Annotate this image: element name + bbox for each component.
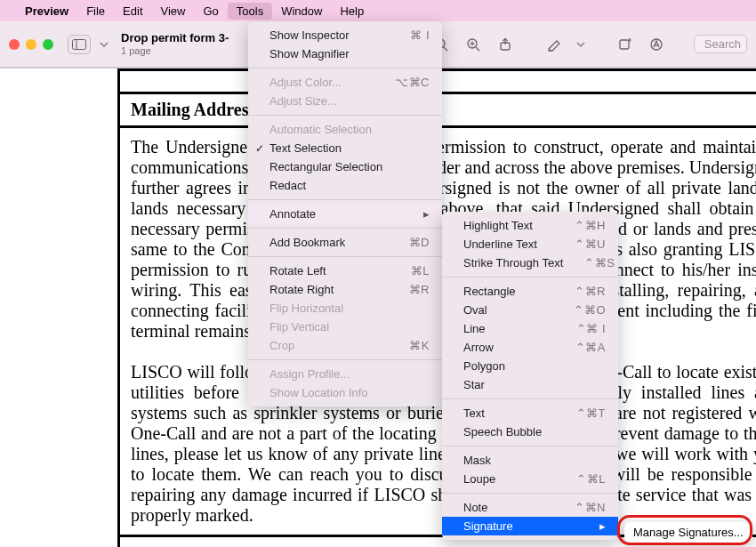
menu-item-label: Star bbox=[463, 378, 485, 391]
rotate-button[interactable] bbox=[612, 33, 637, 56]
annotate-item-arrow[interactable]: Arrow⌃⌘A bbox=[442, 338, 618, 357]
menu-item-label: Assign Profile... bbox=[269, 367, 350, 381]
tools-separator bbox=[248, 115, 442, 116]
shortcut-label: ⌃⌘T bbox=[555, 406, 606, 420]
annotate-submenu: Highlight Text⌃⌘HUnderline Text⌃⌘UStrike… bbox=[442, 212, 618, 540]
menu-item-label: Loupe bbox=[463, 472, 495, 486]
annotate-item-mask[interactable]: Mask bbox=[442, 451, 618, 470]
menu-item-label: Polygon bbox=[463, 359, 505, 373]
annotate-item-underline-text[interactable]: Underline Text⌃⌘U bbox=[442, 235, 618, 253]
share-button[interactable] bbox=[493, 33, 518, 56]
menu-app[interactable]: Preview bbox=[16, 3, 77, 20]
annotate-item-star[interactable]: Star bbox=[442, 375, 618, 394]
menu-item-label: Rotate Left bbox=[269, 264, 326, 278]
annotate-item-strike-through-text[interactable]: Strike Through Text⌃⌘S bbox=[442, 253, 618, 272]
annotate-separator bbox=[442, 446, 618, 446]
shortcut-label: ⌃⌘ I bbox=[555, 322, 606, 335]
tools-item-annotate[interactable]: Annotate▸ bbox=[248, 205, 442, 223]
menu-item-label: Strike Through Text bbox=[463, 256, 563, 269]
menu-item-label: Show Location Info bbox=[269, 386, 368, 399]
tools-separator bbox=[248, 359, 442, 360]
menu-item-label: Rotate Right bbox=[269, 283, 334, 296]
menu-item-label: Note bbox=[463, 501, 487, 514]
tools-item-crop: Crop⌘K bbox=[248, 336, 442, 355]
tools-item-rectangular-selection[interactable]: Rectangular Selection bbox=[248, 157, 442, 176]
menu-item-label: Signature bbox=[463, 519, 513, 533]
menu-item-label: Adjust Size... bbox=[269, 94, 337, 108]
tools-item-redact[interactable]: Redact bbox=[248, 176, 442, 195]
menu-window[interactable]: Window bbox=[272, 3, 331, 20]
annotate-item-polygon[interactable]: Polygon bbox=[442, 357, 618, 375]
submenu-arrow-icon: ▸ bbox=[578, 519, 606, 533]
search-field[interactable]: Search bbox=[694, 35, 747, 53]
menu-item-label: Text bbox=[463, 406, 485, 420]
menu-item-label: Redact bbox=[269, 179, 306, 192]
menu-tools[interactable]: Tools bbox=[228, 3, 272, 20]
menu-file[interactable]: File bbox=[77, 3, 114, 20]
annotate-item-note[interactable]: Note⌃⌘N bbox=[442, 498, 618, 517]
tools-item-show-inspector[interactable]: Show Inspector⌘ I bbox=[248, 26, 442, 44]
menu-item-label: Arrow bbox=[463, 341, 494, 354]
shortcut-label: ⌥⌘C bbox=[374, 76, 430, 89]
tools-item-assign-profile: Assign Profile... bbox=[248, 365, 442, 383]
annotate-item-oval[interactable]: Oval⌃⌘O bbox=[442, 301, 618, 319]
tools-item-rotate-left[interactable]: Rotate Left⌘L bbox=[248, 261, 442, 280]
menu-item-label: Highlight Text bbox=[463, 219, 533, 232]
tools-item-flip-horizontal: Flip Horizontal bbox=[248, 299, 442, 318]
search-placeholder: Search bbox=[704, 37, 741, 51]
tools-item-add-bookmark[interactable]: Add Bookmark⌘D bbox=[248, 233, 442, 252]
menu-item-label: Show Magnifier bbox=[269, 47, 350, 60]
shortcut-label: ⌘ I bbox=[389, 28, 430, 42]
menu-item-label: Annotate bbox=[269, 207, 316, 221]
annotate-item-speech-bubble[interactable]: Speech Bubble bbox=[442, 422, 618, 441]
menu-item-label: Flip Horizontal bbox=[269, 302, 343, 315]
menu-item-label: Text Selection bbox=[269, 141, 342, 155]
fullscreen-window-button[interactable] bbox=[43, 39, 53, 50]
signature-popover[interactable]: Manage Signatures... bbox=[624, 522, 752, 543]
menu-go[interactable]: Go bbox=[194, 3, 227, 20]
tools-item-show-magnifier[interactable]: Show Magnifier bbox=[248, 44, 442, 63]
tools-item-text-selection[interactable]: ✓Text Selection bbox=[248, 139, 442, 157]
menu-edit[interactable]: Edit bbox=[114, 3, 151, 20]
menu-help[interactable]: Help bbox=[331, 3, 373, 20]
zoom-in-button[interactable] bbox=[461, 33, 486, 56]
annotate-item-line[interactable]: Line⌃⌘ I bbox=[442, 319, 618, 338]
shortcut-label: ⌃⌘A bbox=[554, 341, 606, 354]
window-title: Drop permit form 3- bbox=[121, 32, 229, 45]
highlight-button[interactable] bbox=[543, 33, 567, 56]
menu-view[interactable]: View bbox=[152, 3, 195, 20]
highlight-dropdown-icon[interactable] bbox=[575, 35, 587, 54]
tools-item-flip-vertical: Flip Vertical bbox=[248, 318, 442, 336]
shortcut-label: ⌃⌘H bbox=[553, 219, 606, 232]
shortcut-label: ⌃⌘L bbox=[555, 472, 606, 486]
annotate-item-loupe[interactable]: Loupe⌃⌘L bbox=[442, 470, 618, 488]
shortcut-label: ⌃⌘R bbox=[553, 285, 606, 298]
tools-separator bbox=[248, 68, 442, 68]
tools-item-show-location-info: Show Location Info bbox=[248, 383, 442, 402]
svg-line-3 bbox=[444, 47, 447, 51]
annotate-separator bbox=[442, 493, 618, 494]
sidebar-toggle-button[interactable] bbox=[68, 35, 91, 54]
tools-separator bbox=[248, 199, 442, 200]
close-window-button[interactable] bbox=[9, 39, 20, 50]
tools-item-rotate-right[interactable]: Rotate Right⌘R bbox=[248, 280, 442, 299]
menu-item-label: Rectangle bbox=[463, 285, 516, 298]
svg-rect-12 bbox=[620, 40, 629, 49]
manage-signatures[interactable]: Manage Signatures... bbox=[633, 526, 744, 539]
shortcut-label: ⌘L bbox=[390, 264, 430, 278]
annotate-item-text[interactable]: Text⌃⌘T bbox=[442, 404, 618, 422]
annotate-item-highlight-text[interactable]: Highlight Text⌃⌘H bbox=[442, 216, 618, 235]
markup-button[interactable] bbox=[644, 33, 669, 56]
annotate-item-signature[interactable]: Signature▸ bbox=[442, 517, 618, 535]
menubar: Preview File Edit View Go Tools Window H… bbox=[0, 0, 756, 21]
menu-item-label: Line bbox=[463, 322, 486, 335]
annotate-separator bbox=[442, 398, 618, 399]
tools-item-adjust-color: Adjust Color...⌥⌘C bbox=[248, 73, 442, 92]
window-title-area: Drop permit form 3- 1 page bbox=[121, 32, 229, 57]
minimize-window-button[interactable] bbox=[26, 39, 36, 50]
menu-item-label: Mask bbox=[463, 454, 491, 467]
annotate-item-rectangle[interactable]: Rectangle⌃⌘R bbox=[442, 282, 618, 301]
sidebar-dropdown-icon[interactable] bbox=[98, 35, 110, 54]
menu-item-label: Crop bbox=[269, 339, 294, 352]
menu-item-label: Rectangular Selection bbox=[269, 160, 382, 173]
